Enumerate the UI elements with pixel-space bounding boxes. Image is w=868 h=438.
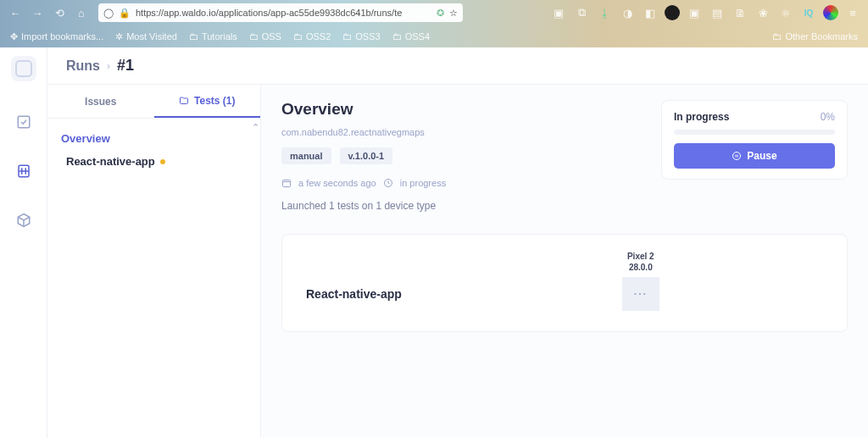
- folder-icon: [179, 96, 189, 106]
- ext-icon-color[interactable]: [823, 5, 838, 20]
- browser-chrome: ← → ⟲ ⌂ ◯ 🔒 https://app.waldo.io/applica…: [0, 0, 868, 47]
- tests-pane: Issues Tests (1) ⌃ Overview React-native…: [47, 85, 261, 438]
- icon-rail: [0, 47, 47, 438]
- package-id: com.nabendu82.reactnativegmaps: [281, 127, 637, 137]
- run-status-text: in progress: [400, 178, 446, 188]
- bookmark-most-visited[interactable]: ✲ Most Visited: [115, 31, 177, 42]
- bookmarks-bar: ✥ Import bookmarks... ✲ Most Visited 🗀 T…: [0, 25, 868, 47]
- bookmark-oss4[interactable]: 🗀 OSS4: [392, 31, 430, 42]
- bookmark-oss[interactable]: 🗀 OSS: [249, 31, 281, 42]
- bookmark-oss2[interactable]: 🗀 OSS2: [293, 31, 331, 42]
- toolbar-right: ▣ ⧉ ⭳ ◑ ◧ ▣ ▤ 🗎 ❀ ⚛ IQ ≡: [550, 4, 861, 21]
- device-cell-button[interactable]: ···: [622, 277, 659, 311]
- ext-icon-twd[interactable]: [665, 5, 680, 20]
- ext-icon-4[interactable]: ◧: [642, 4, 659, 21]
- calendar-icon: [281, 178, 292, 188]
- tag-version: v.1.0.0-1: [340, 147, 393, 164]
- status-label: In progress: [674, 111, 729, 123]
- ext-icon-iq[interactable]: IQ: [800, 4, 817, 21]
- status-dot-icon: [160, 159, 165, 164]
- app-logo[interactable]: [11, 56, 36, 81]
- ext-icon-7[interactable]: ❀: [754, 4, 771, 21]
- chevron-right-icon: ›: [107, 60, 110, 72]
- overview-meta: Overview com.nabendu82.reactnativegmaps …: [281, 100, 637, 212]
- progress-bar: [674, 130, 835, 135]
- breadcrumb: Runs › #1: [47, 47, 868, 85]
- bookmark-other[interactable]: 🗀 Other Bookmarks: [772, 31, 858, 42]
- bookmark-oss3[interactable]: 🗀 OSS3: [342, 31, 380, 42]
- test-card: React-native-app Pixel 2 28.0.0 ···: [281, 234, 848, 332]
- shield-icon: ◯: [103, 8, 114, 19]
- device-name: Pixel 2: [627, 252, 654, 261]
- clock-icon: [383, 178, 393, 188]
- ext-icon-react[interactable]: ⚛: [777, 4, 794, 21]
- pause-button[interactable]: Pause: [674, 143, 835, 169]
- back-icon[interactable]: ←: [7, 4, 24, 21]
- status-percent: 0%: [821, 111, 835, 123]
- ext-icon-6[interactable]: ▤: [709, 4, 726, 21]
- device-column: Pixel 2 28.0.0 ···: [622, 252, 659, 311]
- main-column: Runs › #1 Issues Tests (1) ⌃ Overview Re…: [47, 47, 868, 438]
- breadcrumb-root[interactable]: Runs: [66, 58, 100, 74]
- time-ago: a few seconds ago: [298, 178, 376, 188]
- overview-heading: Overview: [281, 100, 637, 119]
- status-card: In progress 0% Pause: [661, 100, 848, 180]
- url-text: https://app.waldo.io/applications/app-ac…: [136, 8, 431, 18]
- rail-package-icon[interactable]: [15, 212, 32, 229]
- ext-icon-3[interactable]: ◑: [619, 4, 636, 21]
- detail-panel: Overview com.nabendu82.reactnativegmaps …: [261, 85, 868, 438]
- tab-tests[interactable]: Tests (1): [154, 85, 261, 118]
- menu-icon[interactable]: ≡: [844, 4, 861, 21]
- ext-icon-note[interactable]: 🗎: [732, 4, 748, 21]
- reload-icon[interactable]: ⟲: [51, 4, 68, 21]
- svg-rect-0: [18, 116, 30, 128]
- url-bar[interactable]: ◯ 🔒 https://app.waldo.io/applications/ap…: [98, 3, 463, 22]
- pane-tabs: Issues Tests (1): [47, 85, 260, 119]
- ext-icon-2[interactable]: ⧉: [573, 4, 590, 21]
- lock-icon: 🔒: [119, 8, 131, 19]
- test-list-item[interactable]: React-native-app: [61, 155, 247, 168]
- bookmark-import[interactable]: ✥ Import bookmarks...: [10, 31, 103, 42]
- download-icon[interactable]: ⭳: [596, 4, 613, 21]
- home-icon[interactable]: ⌂: [73, 4, 90, 21]
- overview-link[interactable]: Overview: [61, 132, 247, 145]
- ext-icon-5[interactable]: ▣: [686, 4, 703, 21]
- ext-icon-1[interactable]: ▣: [550, 4, 567, 21]
- launched-summary: Launched 1 tests on 1 device type: [281, 200, 637, 212]
- breadcrumb-current: #1: [117, 57, 134, 75]
- pause-icon: [732, 151, 742, 161]
- svg-point-4: [733, 152, 741, 160]
- tag-manual: manual: [281, 147, 331, 164]
- reader-icon[interactable]: ✪: [437, 8, 444, 19]
- forward-icon[interactable]: →: [29, 4, 46, 21]
- test-card-name: React-native-app: [306, 287, 402, 301]
- rail-checklist-icon[interactable]: [15, 114, 32, 130]
- rail-runs-icon[interactable]: [15, 163, 32, 180]
- tab-issues[interactable]: Issues: [47, 85, 154, 118]
- app-root: Runs › #1 Issues Tests (1) ⌃ Overview Re…: [0, 47, 868, 438]
- device-os: 28.0.0: [629, 263, 653, 272]
- bookmark-star-icon[interactable]: ☆: [449, 8, 458, 19]
- bookmark-tutorials[interactable]: 🗀 Tutorials: [189, 31, 237, 42]
- test-item-label: React-native-app: [66, 155, 155, 168]
- svg-rect-2: [283, 180, 291, 187]
